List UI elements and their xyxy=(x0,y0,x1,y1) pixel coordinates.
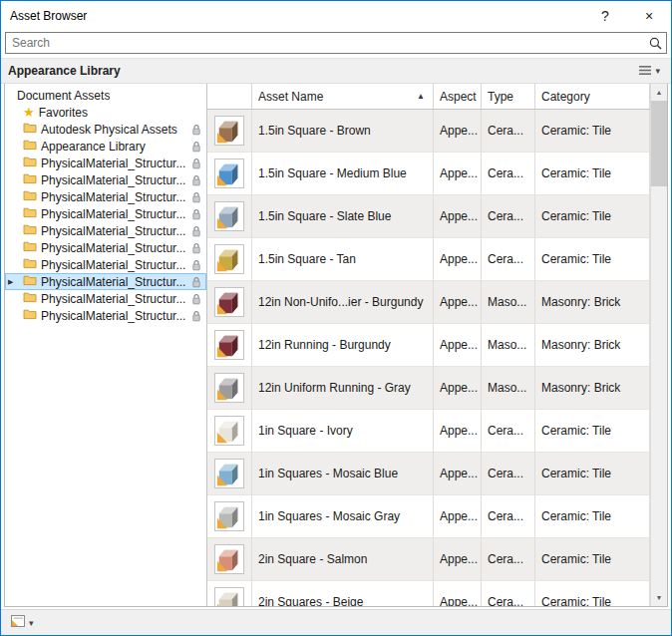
asset-type: Cera... xyxy=(482,238,535,281)
asset-category: Masonry: Brick xyxy=(535,281,650,324)
asset-name: 12in Uniform Running - Gray xyxy=(252,367,434,410)
table-header: Asset Name ▲ Aspect Type Category xyxy=(207,84,650,110)
asset-name: 2in Squares - Beige xyxy=(252,581,434,606)
asset-category: Ceramic: Tile xyxy=(535,581,650,606)
manage-library-button[interactable]: ▾ xyxy=(7,612,37,633)
table-row[interactable]: 2in Squares - Beige Appe... Cera... Cera… xyxy=(207,581,650,606)
sidebar-item-physicalmaterial-6[interactable]: PhysicalMaterial_Structur... xyxy=(5,239,206,256)
asset-category: Ceramic: Tile xyxy=(535,410,650,453)
view-options-button[interactable]: ▾ xyxy=(634,62,664,81)
folder-icon xyxy=(23,139,37,154)
sidebar-item-physicalmaterial-5[interactable]: PhysicalMaterial_Structur... xyxy=(5,222,206,239)
header-label: Asset Name xyxy=(258,90,323,104)
star-icon: ★ xyxy=(23,106,35,119)
asset-aspect: Appe... xyxy=(434,110,482,153)
asset-type: Cera... xyxy=(482,195,535,238)
asset-name: 12in Non-Unifo...ier - Burgundy xyxy=(252,281,434,324)
lock-icon xyxy=(191,191,201,203)
chevron-down-icon: ▾ xyxy=(29,618,34,628)
asset-aspect: Appe... xyxy=(434,153,482,195)
asset-category: Ceramic: Tile xyxy=(535,495,650,538)
folder-icon xyxy=(23,223,37,238)
window-title: Asset Browser xyxy=(10,9,87,23)
table-row[interactable]: 1in Square - Ivory Appe... Cera... Ceram… xyxy=(207,410,650,453)
sidebar-item-favorites[interactable]: ★ Favorites xyxy=(5,104,206,121)
sidebar-item-label: Appearance Library xyxy=(41,140,146,154)
folder-icon xyxy=(23,240,37,255)
help-button[interactable]: ? xyxy=(583,1,627,31)
scrollbar-track[interactable] xyxy=(651,186,667,589)
table-row[interactable]: 1in Squares - Mosaic Blue Appe... Cera..… xyxy=(207,453,650,495)
header-aspect[interactable]: Aspect xyxy=(434,84,482,109)
sidebar-item-physicalmaterial-3[interactable]: PhysicalMaterial_Structur... xyxy=(5,188,206,205)
sidebar-item-physicalmaterial-2[interactable]: PhysicalMaterial_Structur... xyxy=(5,171,206,188)
sidebar-item-physicalmaterial-4[interactable]: PhysicalMaterial_Structur... xyxy=(5,205,206,222)
asset-name: 12in Running - Burgundy xyxy=(252,324,434,367)
header-asset-name[interactable]: Asset Name ▲ xyxy=(252,84,434,109)
table-row[interactable]: 12in Running - Burgundy Appe... Maso... … xyxy=(207,324,650,367)
table-row[interactable]: 1.5in Square - Slate Blue Appe... Cera..… xyxy=(207,195,650,238)
folder-icon xyxy=(23,189,37,204)
asset-thumbnail xyxy=(214,244,244,274)
lock-icon xyxy=(191,124,201,136)
asset-name: 1.5in Square - Brown xyxy=(252,110,434,153)
asset-category: Ceramic: Tile xyxy=(535,453,650,495)
scrollbar-thumb[interactable] xyxy=(651,101,667,186)
sidebar-item-appearance-library[interactable]: Appearance Library xyxy=(5,138,206,155)
titlebar-buttons: ? × xyxy=(583,1,671,31)
search-icon[interactable] xyxy=(644,33,666,53)
library-header-bar: Appearance Library ▾ xyxy=(1,58,671,84)
sidebar-item-physicalmaterial-10[interactable]: PhysicalMaterial_Structur... xyxy=(5,307,206,324)
sidebar-item-physicalmaterial-7[interactable]: PhysicalMaterial_Structur... xyxy=(5,256,206,273)
sidebar-item-autodesk-physical-assets[interactable]: Autodesk Physical Assets xyxy=(5,121,206,138)
table-row[interactable]: 1.5in Square - Medium Blue Appe... Cera.… xyxy=(207,153,650,195)
asset-name: 1in Squares - Mosaic Gray xyxy=(252,495,434,538)
asset-aspect: Appe... xyxy=(434,238,482,281)
main-area: Document Assets ★ Favorites Autodesk Phy… xyxy=(4,84,668,607)
asset-aspect: Appe... xyxy=(434,195,482,238)
table-row[interactable]: 12in Uniform Running - Gray Appe... Maso… xyxy=(207,367,650,410)
asset-name: 2in Square - Salmon xyxy=(252,538,434,581)
sidebar-item-physicalmaterial-9[interactable]: PhysicalMaterial_Structur... xyxy=(5,290,206,307)
folder-icon xyxy=(23,122,37,137)
library-title: Appearance Library xyxy=(8,64,121,78)
table-row[interactable]: 1.5in Square - Brown Appe... Cera... Cer… xyxy=(207,110,650,153)
library-tree: Document Assets ★ Favorites Autodesk Phy… xyxy=(5,84,207,606)
sidebar-item-label: Favorites xyxy=(39,106,88,120)
search-input[interactable] xyxy=(6,36,644,50)
sidebar-item-label: PhysicalMaterial_Structur... xyxy=(41,157,185,170)
expand-arrow-icon[interactable]: ▶ xyxy=(8,278,13,285)
scroll-up-icon[interactable]: ▲ xyxy=(651,84,667,101)
lock-icon xyxy=(191,276,201,288)
sidebar-item-physicalmaterial-1[interactable]: PhysicalMaterial_Structur... xyxy=(5,155,206,171)
asset-category: Masonry: Brick xyxy=(535,324,650,367)
table-row[interactable]: 1in Squares - Mosaic Gray Appe... Cera..… xyxy=(207,495,650,538)
table-row[interactable]: 2in Square - Salmon Appe... Cera... Cera… xyxy=(207,538,650,581)
asset-thumbnail xyxy=(214,201,244,231)
asset-aspect: Appe... xyxy=(434,367,482,410)
table-row[interactable]: 12in Non-Unifo...ier - Burgundy Appe... … xyxy=(207,281,650,324)
asset-thumbnail xyxy=(214,587,244,606)
lock-icon xyxy=(191,225,201,237)
header-category[interactable]: Category xyxy=(535,84,650,109)
asset-aspect: Appe... xyxy=(434,538,482,581)
asset-thumbnail xyxy=(214,373,244,403)
folder-icon xyxy=(23,172,37,187)
sidebar-item-label: Document Assets xyxy=(17,89,110,103)
folder-icon xyxy=(23,274,37,289)
asset-name: 1.5in Square - Medium Blue xyxy=(252,153,434,195)
sidebar-item-document-assets[interactable]: Document Assets xyxy=(5,87,206,104)
asset-thumbnail xyxy=(214,116,244,146)
sidebar-item-physicalmaterial-8-selected[interactable]: ▶ PhysicalMaterial_Structur... xyxy=(5,273,206,290)
header-type[interactable]: Type xyxy=(482,84,535,109)
scroll-down-icon[interactable]: ▼ xyxy=(651,589,667,606)
vertical-scrollbar[interactable]: ▲ ▼ xyxy=(650,84,667,606)
folder-icon xyxy=(23,291,37,306)
asset-thumbnail xyxy=(214,287,244,317)
list-view-icon xyxy=(638,64,652,79)
lock-icon xyxy=(191,242,201,254)
close-button[interactable]: × xyxy=(627,1,671,31)
table-row[interactable]: 1.5in Square - Tan Appe... Cera... Ceram… xyxy=(207,238,650,281)
asset-thumbnail xyxy=(214,159,244,188)
asset-type: Cera... xyxy=(482,153,535,195)
